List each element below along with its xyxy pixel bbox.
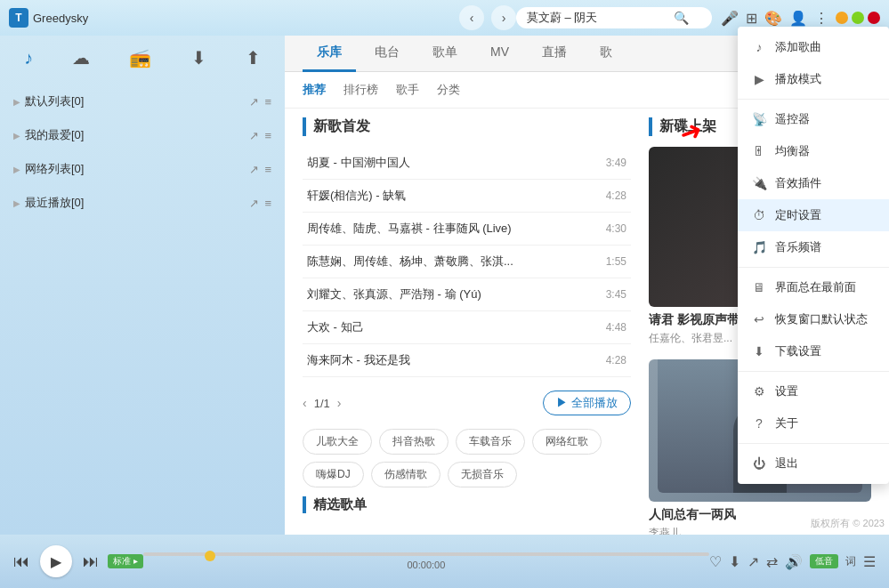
back-button[interactable]: ‹ [459, 5, 484, 30]
prev-button[interactable]: ⏮ [13, 552, 29, 571]
sidebar-tab-bar: ♪ ☁ 📻 ⬇ ⬆ [0, 36, 285, 80]
user-icon[interactable]: 👤 [789, 10, 807, 27]
tab-library[interactable]: 乐库 [303, 36, 356, 72]
song-name-3: 陈慧娴、周传雄、杨坤、萧敬腾、张淇... [307, 254, 606, 270]
shuffle-button[interactable]: ⇄ [766, 553, 778, 570]
play-button[interactable]: ▶ [40, 545, 72, 577]
quality-badge[interactable]: 低音 [810, 554, 838, 568]
close-button[interactable] [868, 12, 880, 24]
sidebar-tab-music[interactable]: ♪ [17, 43, 40, 73]
menu-item-play-mode[interactable]: ▶ 播放模式 [738, 63, 889, 95]
menu-icon-fav[interactable]: ≡ [264, 129, 271, 142]
prev-page-button[interactable]: ‹ [303, 396, 307, 410]
menu-item-download[interactable]: ⬇ 下载设置 [738, 335, 889, 367]
divider-3 [738, 371, 889, 372]
forward-button[interactable]: › [491, 5, 516, 30]
sidebar-tab-upload[interactable]: ⬆ [238, 43, 268, 73]
remote-label: 遥控器 [775, 111, 810, 127]
tag-3[interactable]: 网络红歌 [532, 429, 602, 455]
sidebar-tab-cloud[interactable]: ☁ [65, 43, 97, 73]
tag-2[interactable]: 车载音乐 [456, 429, 525, 455]
menu-icon-net[interactable]: ≡ [264, 163, 271, 176]
tab-playlist[interactable]: 歌单 [418, 36, 472, 72]
progress-bar[interactable] [143, 552, 709, 556]
sidebar-item-favorites-actions: ↗ ≡ [249, 129, 271, 142]
arrow-icon-default: ▶ [13, 97, 20, 107]
tag-5[interactable]: 伤感情歌 [371, 462, 440, 487]
menu-item-exit[interactable]: ⏻ 退出 [738, 447, 889, 479]
menu-item-timer[interactable]: ⏱ 定时设置 [738, 199, 889, 231]
menu-item-equalizer[interactable]: 🎚 均衡器 [738, 135, 889, 167]
standard-quality-badge[interactable]: 标准 ▸ [108, 554, 143, 568]
search-icon[interactable]: 🔍 [674, 11, 689, 25]
next-button[interactable]: ⏭ [83, 552, 99, 571]
sub-tab-category[interactable]: 分类 [437, 79, 460, 101]
next-page-button[interactable]: › [337, 396, 342, 410]
tab-mv[interactable]: MV [476, 36, 523, 72]
download-button[interactable]: ⬇ [729, 553, 740, 570]
exit-icon: ⏻ [752, 456, 766, 471]
tag-6[interactable]: 无损音乐 [448, 462, 517, 487]
share-button[interactable]: ↗ [748, 553, 759, 570]
export-icon-net[interactable]: ↗ [249, 163, 259, 176]
search-input[interactable] [527, 12, 669, 25]
divider-2 [738, 267, 889, 268]
sidebar-tab-radio[interactable]: 📻 [122, 43, 158, 73]
sub-tab-artist[interactable]: 歌手 [396, 79, 419, 101]
tab-radio[interactable]: 电台 [360, 36, 414, 72]
skin-icon[interactable]: 🎨 [764, 10, 782, 27]
always-top-label: 界面总在最前面 [775, 279, 856, 295]
tab-live[interactable]: 直播 [528, 36, 581, 72]
menu-item-restore[interactable]: ↩ 恢复窗口默认状态 [738, 303, 889, 335]
favorite-button[interactable]: ♡ [709, 553, 722, 570]
menu-item-add-song[interactable]: ♪ 添加歌曲 [738, 31, 889, 63]
sidebar-item-favorites[interactable]: ▶ 我的最爱[0] ↗ ≡ [0, 118, 285, 152]
export-icon[interactable]: ↗ [249, 95, 259, 109]
sidebar-item-default-label: 默认列表[0] [25, 93, 249, 109]
song-item-6[interactable]: 海来阿木 - 我还是我 4:28 [303, 344, 631, 377]
volume-button[interactable]: 🔊 [785, 553, 803, 570]
menu-icon-default[interactable]: ≡ [264, 95, 271, 109]
song-item-2[interactable]: 周传雄、陆虎、马嘉祺 - 往事随风 (Live) 4:30 [303, 213, 631, 246]
menu-item-about[interactable]: ? 关于 [738, 407, 889, 439]
grid-icon[interactable]: ⊞ [746, 10, 757, 27]
queue-button[interactable]: ☰ [863, 553, 876, 570]
mic-icon[interactable]: 🎤 [721, 10, 739, 27]
song-item-3[interactable]: 陈慧娴、周传雄、杨坤、萧敬腾、张淇... 1:55 [303, 246, 631, 278]
song-duration-6: 4:28 [606, 354, 626, 366]
tag-0[interactable]: 儿歌大全 [303, 429, 372, 455]
tag-1[interactable]: 抖音热歌 [379, 429, 449, 455]
menu-item-always-top[interactable]: 🖥 界面总在最前面 [738, 271, 889, 303]
menu-icon[interactable]: ⋮ [814, 10, 828, 27]
menu-item-remote[interactable]: 📡 遥控器 [738, 103, 889, 135]
tab-more[interactable]: 歌 [586, 36, 626, 72]
song-item-5[interactable]: 大欢 - 知己 4:48 [303, 311, 631, 344]
song-item-0[interactable]: 胡夏 - 中国潮中国人 3:49 [303, 147, 631, 180]
about-label: 关于 [775, 415, 798, 431]
song-item-4[interactable]: 刘耀文、张真源、严浩翔 - 瑜 (Yú) 3:45 [303, 278, 631, 311]
sidebar-tab-download[interactable]: ⬇ [184, 43, 214, 73]
play-mode-icon: ▶ [752, 72, 766, 86]
song-item-1[interactable]: 轩媛(相信光) - 缺氧 4:28 [303, 180, 631, 213]
song-name-5: 大欢 - 知己 [307, 319, 606, 335]
player-right-controls: ♡ ⬇ ↗ ⇄ 🔊 低音 词 ☰ [709, 553, 876, 570]
title-actions: 🎤 ⊞ 🎨 👤 ⋮ [721, 10, 828, 27]
maximize-button[interactable] [852, 12, 864, 24]
play-all-button[interactable]: ▶ 全部播放 [543, 391, 631, 415]
export-icon-fav[interactable]: ↗ [249, 129, 259, 142]
sidebar-item-default[interactable]: ▶ 默认列表[0] ↗ ≡ [0, 85, 285, 118]
sidebar-item-recent[interactable]: ▶ 最近播放[0] ↗ ≡ [0, 186, 285, 220]
menu-item-audio-plugin[interactable]: 🔌 音效插件 [738, 167, 889, 199]
song-duration-0: 3:49 [606, 157, 626, 169]
menu-item-settings[interactable]: ⚙ 设置 [738, 375, 889, 407]
sidebar-item-network[interactable]: ▶ 网络列表[0] ↗ ≡ [0, 152, 285, 186]
sub-tab-recommend[interactable]: 推荐 [303, 79, 326, 101]
lyrics-button[interactable]: 词 [845, 554, 856, 569]
sub-tab-ranking[interactable]: 排行榜 [343, 79, 378, 101]
export-icon-recent[interactable]: ↗ [249, 197, 259, 210]
menu-item-spectrum[interactable]: 🎵 音乐频谱 [738, 231, 889, 263]
app-name: Greedysky [33, 12, 88, 25]
minimize-button[interactable] [836, 12, 848, 24]
menu-icon-recent[interactable]: ≡ [264, 197, 271, 210]
tag-4[interactable]: 嗨爆DJ [303, 462, 364, 487]
